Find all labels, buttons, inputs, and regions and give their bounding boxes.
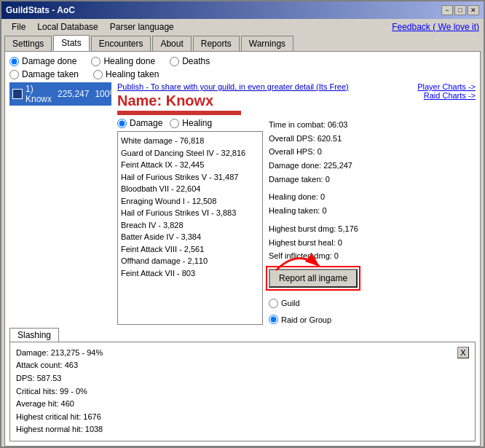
stat-critical-hits: Critical hits: 99 - 0% <box>16 385 457 398</box>
damage-list-container: Damage Healing White damage - 76,818 Gua… <box>117 118 263 325</box>
stat-damage-pct: Damage: 213,275 - 94% <box>16 347 457 360</box>
damage-radio-row: Damage Healing <box>117 118 263 128</box>
stat-burst-dmg: Highest burst dmg: 5,176 <box>269 222 476 236</box>
right-panel: Publish - To share with your guild, in e… <box>117 82 476 325</box>
arrow-svg <box>276 241 334 278</box>
name-left: Publish - To share with your guild, in e… <box>117 82 349 115</box>
main-content: 1) Knowx 225,247 100% Publish - To share… <box>9 82 476 325</box>
list-item: Bloodbath VII - 22,604 <box>121 183 259 195</box>
name-display: Name: Knowx <box>117 93 349 115</box>
top-radio-row: Damage done Healing done Deaths <box>9 56 476 66</box>
list-item: Feint Attack VIII - 2,561 <box>121 243 259 256</box>
radio-damage[interactable]: Damage <box>117 118 162 128</box>
list-item: Feint Attack IX - 32,445 <box>121 159 259 171</box>
list-item: Batter Aside IV - 3,384 <box>121 231 259 243</box>
slashing-close-button[interactable]: X <box>457 347 469 358</box>
player-charts-link[interactable]: Player Charts -> <box>417 82 476 91</box>
stat-healing-taken: Healing taken: 0 <box>269 204 476 218</box>
window-title: GuildStats - AoC <box>6 5 75 15</box>
feedback-link[interactable]: Feedback ( We love it) <box>392 22 479 32</box>
player-index: 1) Knowx <box>25 84 52 104</box>
tab-encounters[interactable]: Encounters <box>91 36 151 51</box>
stat-highest-crit: Highest critical hit: 1676 <box>16 411 457 424</box>
radio-damage-taken[interactable]: Damage taken <box>9 69 79 79</box>
tab-about[interactable]: About <box>152 36 191 51</box>
list-item: Breach IV - 3,828 <box>121 219 259 232</box>
minimize-button[interactable]: − <box>441 5 453 15</box>
tab-settings[interactable]: Settings <box>4 36 52 51</box>
stat-dps: Overall DPS: 620.51 <box>269 132 476 146</box>
raid-charts-link[interactable]: Raid Charts -> <box>417 91 476 100</box>
title-bar: GuildStats - AoC − □ ✕ <box>1 1 484 19</box>
stat-healing-done: Healing done: 0 <box>269 190 476 204</box>
slashing-stats: Damage: 213,275 - 94% Attack count: 463 … <box>16 347 457 436</box>
radio-healing-taken[interactable]: Healing taken <box>93 69 159 79</box>
radio-deaths[interactable]: Deaths <box>170 56 210 66</box>
stat-attack-count: Attack count: 463 <box>16 359 457 372</box>
tab-stats[interactable]: Stats <box>53 35 89 51</box>
tab-warnings[interactable]: Warnings <box>241 36 293 51</box>
middle-row: Damage Healing White damage - 76,818 Gua… <box>117 118 476 325</box>
tab-bar: Settings Stats Encounters About Reports … <box>1 35 484 51</box>
stat-damage-done: Damage done: 225,247 <box>269 159 476 173</box>
stat-damage-taken: Damage taken: 0 <box>269 173 476 186</box>
list-item: White damage - 76,818 <box>121 135 259 147</box>
list-item: Enraging Wound I - 12,508 <box>121 195 259 208</box>
list-item: Feint Attack VII - 803 <box>121 267 259 280</box>
player-item[interactable]: 1) Knowx 225,247 100% <box>9 82 111 106</box>
player-name-text: Name: Knowx <box>117 93 213 109</box>
stat-hps: Overall HPS: 0 <box>269 145 476 159</box>
menu-local-database[interactable]: Local Database <box>31 20 103 34</box>
tab-slashing[interactable]: Slashing <box>9 328 59 342</box>
charts-links: Player Charts -> Raid Charts -> <box>417 82 476 100</box>
bottom-section: Slashing Damage: 213,275 - 94% Attack co… <box>9 328 476 441</box>
radio-healing-done[interactable]: Healing done <box>91 56 155 66</box>
title-bar-buttons: − □ ✕ <box>441 5 479 15</box>
radio-damage-done[interactable]: Damage done <box>9 56 76 66</box>
publish-link[interactable]: Publish - To share with your guild, in e… <box>117 82 349 91</box>
slashing-content: Damage: 213,275 - 94% Attack count: 463 … <box>9 342 476 441</box>
player-value: 225,247 <box>58 89 89 99</box>
radio-raid-or-group[interactable]: Raid or Group <box>269 313 331 325</box>
stat-time: Time in combat: 06:03 <box>269 118 476 132</box>
name-section: Publish - To share with your guild, in e… <box>117 82 476 115</box>
radio-healing[interactable]: Healing <box>170 118 212 128</box>
stat-average-hit: Average hit: 460 <box>16 398 457 411</box>
list-item: Offhand damage - 2,110 <box>121 255 259 267</box>
menu-file[interactable]: File <box>6 20 31 34</box>
slashing-tab-bar: Slashing <box>9 328 476 342</box>
radio-guild[interactable]: Guild <box>269 296 300 310</box>
damage-list: White damage - 76,818 Guard of Dancing S… <box>117 131 263 325</box>
stat-highest-normal: Highest normal hit: 1038 <box>16 423 457 436</box>
menu-bar: File Local Database Parser language <box>6 20 180 34</box>
report-section: Report all ingame Guild Raid or Group Mo… <box>269 263 476 325</box>
left-panel: 1) Knowx 225,247 100% <box>9 82 111 325</box>
menu-parser-language[interactable]: Parser language <box>104 20 180 34</box>
stats-tab-content: Damage done Healing done Deaths Damage t… <box>4 51 481 447</box>
maximize-button[interactable]: □ <box>454 5 466 15</box>
tab-reports[interactable]: Reports <box>193 36 240 51</box>
list-item: Guard of Dancing Steel IV - 32,816 <box>121 147 259 160</box>
player-percent: 100% <box>95 89 117 99</box>
close-button[interactable]: ✕ <box>468 5 479 15</box>
player-icon <box>12 89 23 99</box>
bottom-radio-row: Damage taken Healing taken <box>9 69 476 79</box>
stats-panel: Time in combat: 06:03 Overall DPS: 620.5… <box>269 118 476 325</box>
name-underbar <box>117 111 241 115</box>
list-item: Hail of Furious Strikes V - 31,487 <box>121 171 259 184</box>
main-window: GuildStats - AoC − □ ✕ File Local Databa… <box>0 0 485 448</box>
list-item: Hail of Furious Strikes VI - 3,883 <box>121 207 259 219</box>
stat-dps-slash: DPS: 587.53 <box>16 372 457 385</box>
